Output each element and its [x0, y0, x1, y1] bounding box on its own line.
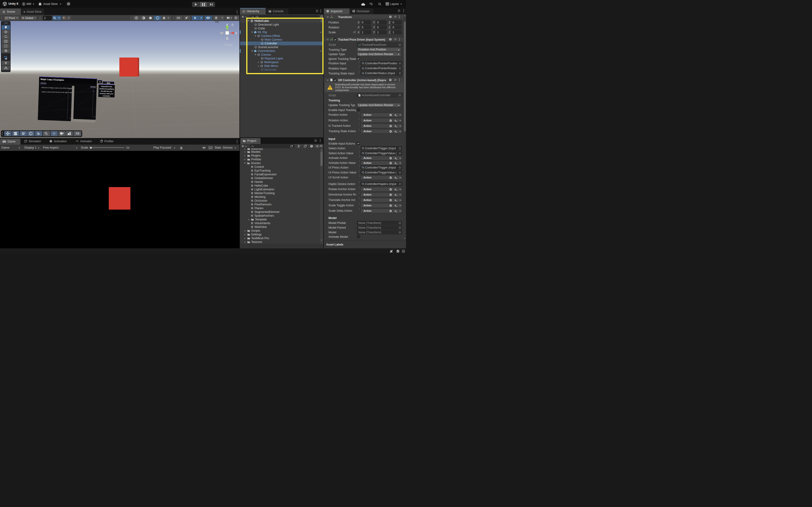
svg-text:Y: Y — [55, 17, 56, 19]
svg-text:x: x — [236, 32, 237, 35]
svg-text:y: y — [226, 22, 228, 26]
